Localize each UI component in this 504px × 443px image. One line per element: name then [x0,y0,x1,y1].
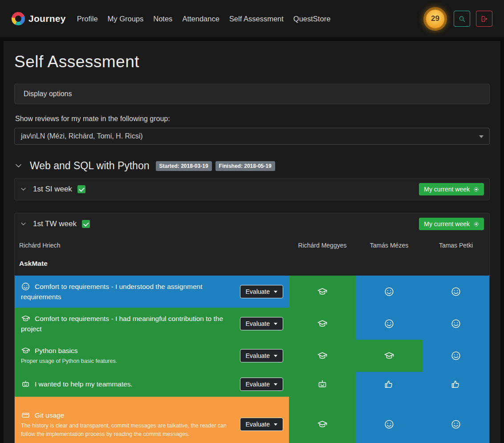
evaluation-cell [423,397,489,443]
week-title: 1st SI week [33,185,72,194]
sign-out-icon [480,15,488,23]
course-title: Web and SQL with Python [30,160,150,172]
smiley-icon [451,318,461,329]
navbar-right: 29 [425,9,492,29]
week-checkbox[interactable] [77,185,85,193]
evaluation-cell [356,372,423,397]
graduation-cap-icon [21,314,30,323]
week-checkbox[interactable] [82,220,90,228]
question-title: Git usage [35,411,64,419]
smiley-icon [451,350,461,361]
brand[interactable]: Journey [12,12,66,25]
coin-badge[interactable]: 29 [425,9,445,29]
search-button[interactable] [454,11,470,27]
caret-down-icon [274,423,277,426]
page-title: Self Assessment [14,53,490,71]
group-select-value: jav\nLN (Mézi, Richárd, Tomi, H. Ricsi) [21,132,143,140]
thumbs-up-icon [384,379,394,390]
assessment-row: Comfort to requirements - I had meaningf… [15,308,489,340]
evaluate-label: Evaluate [246,288,270,295]
dot-circle-icon [473,221,479,227]
nav-item-queststore[interactable]: QuestStore [293,15,330,23]
group-select[interactable]: jav\nLN (Mézi, Richárd, Tomi, H. Ricsi) [14,128,490,145]
evaluate-button[interactable]: Evaluate [240,418,283,431]
robot-icon [317,379,328,390]
assessment-matrix: Comfort to requirements - I understood t… [15,276,489,443]
nav-item-notes[interactable]: Notes [153,15,172,23]
nav-item-attendance[interactable]: Attendance [182,15,219,23]
current-week-button[interactable]: My current week [419,218,484,230]
main-content: Self Assessment Display options Show rev… [4,41,500,443]
evaluate-button[interactable]: Evaluate [240,378,283,391]
chevron-down-icon[interactable] [14,162,23,170]
display-options-header[interactable]: Display options [14,84,490,104]
finished-badge: Finished: 2018-05-19 [215,161,275,171]
question-cell: Git usageThe history is clear and transp… [15,397,289,443]
evaluation-cell [289,372,356,397]
evaluation-cell [356,340,423,372]
evaluation-cell [423,372,489,397]
week-header[interactable]: 1st TW week My current week [15,213,489,235]
navbar: Journey ProfileMy GroupsNotesAttendanceS… [0,0,504,38]
nav-item-profile[interactable]: Profile [77,15,98,23]
course-section-header: Web and SQL with Python Started: 2018-03… [14,160,490,172]
graduation-cap-icon [317,286,328,297]
graduation-cap-icon [21,346,30,355]
evaluation-cell [356,276,423,308]
evaluation-cell [423,308,489,340]
evaluation-cell [289,308,356,340]
evaluate-button[interactable]: Evaluate [240,317,283,330]
current-week-button[interactable]: My current week [419,183,484,195]
card-icon [21,410,30,420]
assessment-row: Git usageThe history is clear and transp… [15,397,489,443]
nav-item-my-groups[interactable]: My Groups [108,15,144,23]
week-panel-si: 1st SI week My current week [14,178,490,200]
smiley-icon [384,419,394,430]
question-title: Python basics [35,347,78,354]
caret-down-icon [274,383,277,386]
column-header: Richárd Meggyes [289,242,356,249]
logout-button[interactable] [476,11,492,27]
question-description: Proper usage of Python basic features. [21,357,239,366]
evaluate-label: Evaluate [246,381,270,388]
chevron-down-icon[interactable] [20,221,27,227]
nav-item-self-assessment[interactable]: Self Assessment [229,15,284,23]
graduation-cap-icon [384,350,394,361]
evaluation-cell [289,397,356,443]
brand-text: Journey [28,13,66,24]
evaluation-cell [423,276,489,308]
question-description: The history is clear and transparent, co… [21,422,239,439]
table-header-row: Richárd Hriech Richárd Meggyes Tamás Méz… [15,235,489,254]
graduation-cap-icon [317,318,328,329]
evaluation-cell [356,308,423,340]
smiley-icon [21,282,30,291]
question-cell: Comfort to requirements - I had meaningf… [15,308,289,340]
thumbs-up-icon [451,379,461,390]
week-header[interactable]: 1st SI week My current week [15,179,489,200]
column-header: Tamas Petki [423,242,489,249]
evaluation-cell [356,397,423,443]
started-badge: Started: 2018-03-19 [156,161,212,171]
select-caret-icon [479,135,484,138]
smiley-icon [451,419,461,430]
smiley-icon [384,286,394,297]
evaluation-cell [423,340,489,372]
smiley-icon [451,286,461,297]
caret-down-icon [274,323,277,325]
chevron-down-icon[interactable] [20,186,27,192]
graduation-cap-icon [317,350,328,361]
question-cell: Python basicsProper usage of Python basi… [15,340,289,372]
robot-icon [21,379,30,389]
evaluate-button[interactable]: Evaluate [240,349,283,362]
dot-circle-icon [473,187,479,192]
evaluate-button[interactable]: Evaluate [240,285,283,298]
caret-down-icon [274,355,277,357]
question-cell: I wanted to help my teammates.Evaluate [15,372,289,397]
evaluation-cell [289,276,356,308]
coin-count: 29 [431,14,439,23]
column-header: Tamás Mézes [356,242,423,249]
group-select-label: Show reviews for my mate in the followin… [14,115,490,123]
assessment-row: Python basicsProper usage of Python basi… [15,340,489,372]
evaluate-label: Evaluate [246,421,270,428]
section-label: AskMate [15,254,489,276]
